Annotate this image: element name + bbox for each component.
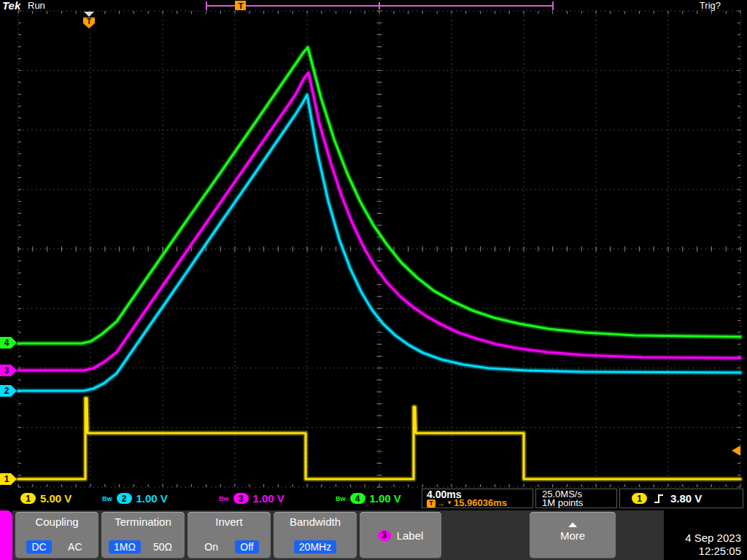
record-length-value: 1M points [542,499,616,508]
acquisition-status: Run [28,0,45,11]
termination-button[interactable]: Termination 1MΩ 50Ω [101,512,185,559]
readout-bar: 1 5.00 V Bw 2 1.00 V Bw 3 1.00 V Bw 4 1.… [0,489,747,509]
trigger-flag-label: T [87,18,91,26]
ch1-badge: 1 [20,493,36,504]
horizontal-readout[interactable]: 4.00ms T → ▼ 15.96036ms [422,489,533,508]
ch4-scale-readout[interactable]: Bw 4 1.00 V [336,489,401,508]
ch2-bw-indicator: Bw [102,495,112,502]
trigger-status: Trig? [700,0,721,11]
delay-marker-icon: ▼ [446,499,452,508]
ch3-bw-indicator: Bw [219,495,229,502]
invert-title: Invert [187,516,271,528]
ch4-scale-value: 1.00 V [370,492,401,505]
trigger-level-value: 3.80 V [670,492,702,505]
trigger-level-arrow-icon[interactable] [732,446,740,456]
ch1-scale-readout[interactable]: 1 5.00 V [20,489,71,508]
ch2-badge: 2 [117,493,132,504]
coupling-title: Coupling [15,516,98,528]
bandwidth-button[interactable]: Bandwidth 20MHz [274,512,357,559]
trigger-source-badge: 1 [632,493,647,504]
ch3-scale-value: 1.00 V [253,492,285,505]
bottom-menu: Coupling DC AC Termination 1MΩ 50Ω Inver… [0,510,747,560]
invert-on-option[interactable]: On [199,540,223,553]
invert-off-option[interactable]: Off [235,540,258,553]
ch2-scale-value: 1.00 V [136,492,168,505]
graticule-grid [18,11,740,487]
coupling-button[interactable]: Coupling DC AC [15,512,98,559]
ch4-bw-indicator: Bw [336,495,346,502]
more-button[interactable]: ▲ More [530,512,616,559]
delay-readout: T → ▼ 15.96036ms [427,499,533,508]
ch1-marker-label: 1 [4,474,9,484]
ch4-marker-label: 4 [4,338,9,348]
expansion-point-icon [84,12,94,17]
delay-value: 15.96036ms [454,499,507,508]
menu-channel-tab[interactable] [0,510,12,560]
oscilloscope-screen: T T Tek Run Trig? 4 3 2 1 1 5.00 V Bw 2 … [0,0,747,560]
termination-title: Termination [101,516,185,528]
acquisition-readout[interactable]: 25.0MS/s 1M points [535,489,617,508]
ch1-scale-value: 5.00 V [40,492,71,505]
waveform-display: T T [0,0,747,560]
trigger-position-flag[interactable]: T [83,18,95,28]
delay-arrow-icon: → [437,499,445,508]
ch2-scale-readout[interactable]: Bw 2 1.00 V [102,489,168,508]
trigger-readout[interactable]: 1 3.80 V [619,489,743,508]
delay-trigger-icon: T [427,499,436,508]
tek-logo: Tek [2,0,20,12]
termination-1mohm-option[interactable]: 1MΩ [109,540,141,553]
label-button[interactable]: 3 Label [360,512,441,559]
ch3-marker-label: 3 [4,365,9,376]
invert-button[interactable]: Invert On Off [187,512,271,559]
top-status-bar: Tek Run Trig? [0,0,747,11]
coupling-dc-option[interactable]: DC [26,540,51,553]
bandwidth-title: Bandwidth [274,516,357,528]
datetime: 4 Sep 2023 12:25:05 [685,532,741,558]
ch3-scale-readout[interactable]: Bw 3 1.00 V [219,489,285,508]
time-value: 12:25:05 [685,545,741,558]
ch4-badge: 4 [350,493,365,504]
bandwidth-20mhz-option[interactable]: 20MHz [294,540,336,553]
ch3-badge: 3 [233,493,249,504]
ch2-marker-label: 2 [4,386,9,396]
date-value: 4 Sep 2023 [685,532,741,545]
rising-edge-icon [654,493,664,505]
more-title: More [530,529,616,542]
more-arrow-icon: ▲ [495,520,650,529]
termination-50ohm-option[interactable]: 50Ω [148,540,177,553]
coupling-ac-option[interactable]: AC [63,540,87,553]
label-channel-badge: 3 [378,530,391,541]
label-title: Label [397,529,424,542]
